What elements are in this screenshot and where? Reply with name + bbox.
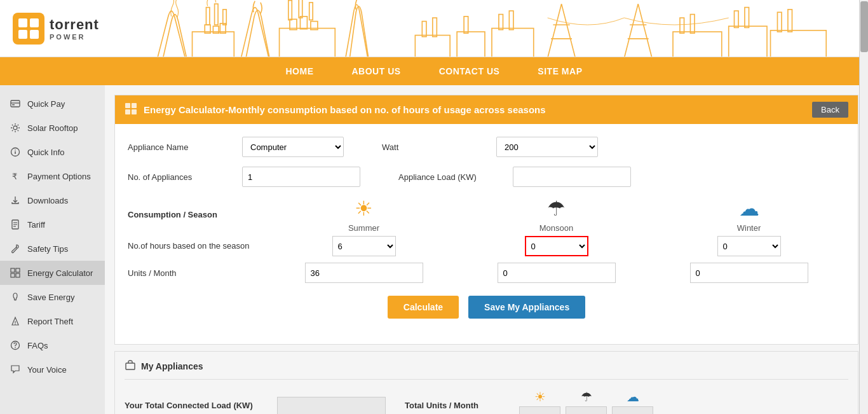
svg-rect-69 — [125, 109, 130, 114]
total-winter-col: ☁ — [612, 389, 653, 414]
sun-icon — [10, 122, 21, 134]
sidebar-item-solar-rooftop[interactable]: Solar Rooftop — [0, 116, 105, 140]
book-icon — [10, 219, 21, 230]
logo-sub: POWER — [50, 33, 99, 41]
season-icons-container: ☀ Summer ☂ Monsoon ☁ Winter — [268, 197, 845, 233]
sidebar-item-report-theft[interactable]: Report Theft — [0, 309, 105, 333]
sidebar-item-energy-calculator[interactable]: Energy Calculator — [0, 261, 105, 285]
monsoon-icon: ☂ — [547, 197, 566, 221]
credit-card-icon — [10, 98, 21, 109]
consumption-season-label: Consumption / Season — [128, 210, 268, 219]
total-winter-units-input[interactable] — [612, 406, 653, 414]
main-content: Energy Calculator-Monthly consumption ba… — [105, 85, 868, 414]
sidebar-item-your-voice[interactable]: Your Voice — [0, 357, 105, 382]
totals-row: Your Total Connected Load (KW) Total Uni… — [125, 386, 848, 414]
winter-units-input[interactable] — [690, 263, 808, 283]
divider — [125, 379, 848, 380]
total-winter-icon: ☁ — [627, 389, 639, 404]
logo-area: torrent POWER — [13, 13, 99, 45]
total-load-input[interactable] — [277, 397, 386, 415]
svg-rect-60 — [11, 273, 15, 277]
sidebar-label-safety-tips: Safety Tips — [27, 244, 68, 254]
svg-rect-3 — [30, 30, 39, 39]
svg-rect-27 — [729, 26, 767, 57]
monsoon-units-input[interactable] — [498, 263, 616, 283]
header-skyline — [102, 0, 868, 57]
sidebar-item-tariff[interactable]: Tariff — [0, 212, 105, 237]
total-units-label: Total Units / Month — [405, 401, 506, 410]
svg-rect-32 — [745, 8, 749, 28]
appliance-load-label: Appliance Load (KW) — [398, 172, 500, 182]
my-appliances-section: My Appliances Your Total Connected Load … — [114, 351, 858, 414]
svg-rect-36 — [11, 100, 20, 107]
total-summer-units-input[interactable] — [519, 406, 560, 414]
winter-hours-select[interactable]: 0 123456 789101112 — [717, 236, 781, 256]
total-load-label: Your Total Connected Load (KW) — [125, 401, 277, 410]
svg-rect-31 — [734, 11, 738, 27]
question-icon — [10, 340, 21, 351]
appliance-count-row: No. of Appliances Appliance Load (KW) — [128, 167, 845, 187]
svg-rect-25 — [509, 11, 513, 30]
svg-text:₹: ₹ — [12, 172, 17, 181]
summer-units-input[interactable] — [305, 263, 423, 283]
sidebar-label-energy-calculator: Energy Calculator — [27, 268, 93, 278]
calculator-panel: Energy Calculator-Monthly consumption ba… — [114, 95, 858, 345]
svg-rect-70 — [132, 109, 137, 114]
monsoon-hours-select[interactable]: 0 123456 789101112 — [525, 236, 588, 256]
no-of-appliances-input[interactable] — [242, 167, 360, 187]
scrollbar-thumb[interactable] — [860, 1, 868, 52]
svg-rect-24 — [499, 15, 503, 30]
svg-rect-26 — [673, 32, 722, 57]
svg-line-47 — [12, 130, 13, 131]
chat-icon — [10, 364, 21, 375]
svg-rect-9 — [215, 4, 218, 25]
svg-rect-10 — [223, 10, 226, 25]
sidebar-label-downloads: Downloads — [27, 196, 68, 205]
watt-select[interactable]: 200 100 150 250 300 — [496, 137, 598, 157]
svg-rect-22 — [433, 18, 437, 37]
summer-hours-container: 6 012345 789101112 — [268, 236, 460, 256]
sidebar-item-downloads[interactable]: Downloads — [0, 188, 105, 212]
svg-rect-19 — [457, 32, 485, 57]
action-buttons-row: Calculate Save My Appliances — [128, 296, 845, 319]
sidebar-item-save-energy[interactable]: Save Energy — [0, 285, 105, 309]
sidebar-label-faqs: FAQs — [27, 341, 48, 350]
svg-rect-29 — [680, 18, 684, 33]
nav-about[interactable]: ABOUT US — [333, 57, 420, 85]
back-button[interactable]: Back — [812, 102, 848, 118]
appliance-name-select[interactable]: Computer Fan AC Refrigerator TV — [242, 137, 344, 157]
nav-bar: HOME ABOUT US CONTACT US SITE MAP — [0, 57, 868, 85]
sidebar-item-safety-tips[interactable]: Safety Tips — [0, 237, 105, 261]
svg-rect-23 — [464, 17, 468, 33]
summer-label: Summer — [348, 223, 379, 233]
save-appliances-button[interactable]: Save My Appliances — [468, 296, 585, 319]
season-header-row: Consumption / Season ☀ Summer ☂ Monsoon — [128, 197, 845, 233]
calculate-button[interactable]: Calculate — [388, 296, 459, 319]
sidebar-item-faqs[interactable]: FAQs — [0, 333, 105, 357]
total-monsoon-units-input[interactable] — [566, 406, 607, 414]
sidebar-label-report-theft: Report Theft — [27, 317, 73, 326]
svg-rect-17 — [309, 3, 313, 20]
svg-line-45 — [18, 130, 18, 131]
monsoon-units-container — [460, 263, 653, 283]
summer-hours-select[interactable]: 6 012345 789101112 — [332, 236, 396, 256]
sidebar: Quick Pay Solar Rooftop — [0, 85, 105, 414]
rupee-icon: ₹ — [10, 170, 21, 182]
monsoon-col: ☂ Monsoon — [460, 197, 653, 233]
svg-rect-4 — [193, 32, 234, 57]
main-layout: Quick Pay Solar Rooftop — [0, 85, 868, 414]
sidebar-label-save-energy: Save Energy — [27, 293, 74, 302]
winter-label: Winter — [737, 223, 761, 233]
nav-sitemap[interactable]: SITE MAP — [519, 57, 601, 85]
winter-col: ☁ Winter — [653, 197, 845, 233]
sidebar-item-quick-pay[interactable]: Quick Pay — [0, 92, 105, 116]
sidebar-item-payment-options[interactable]: ₹ Payment Options — [0, 164, 105, 188]
nav-home[interactable]: HOME — [267, 57, 333, 85]
scrollbar-track — [859, 0, 868, 414]
report-icon — [10, 315, 21, 327]
nav-contact[interactable]: CONTACT US — [420, 57, 519, 85]
sidebar-item-quick-info[interactable]: Quick Info — [0, 140, 105, 164]
appliance-load-input[interactable] — [513, 167, 631, 187]
svg-point-50 — [15, 149, 16, 151]
briefcase-icon — [125, 359, 136, 373]
